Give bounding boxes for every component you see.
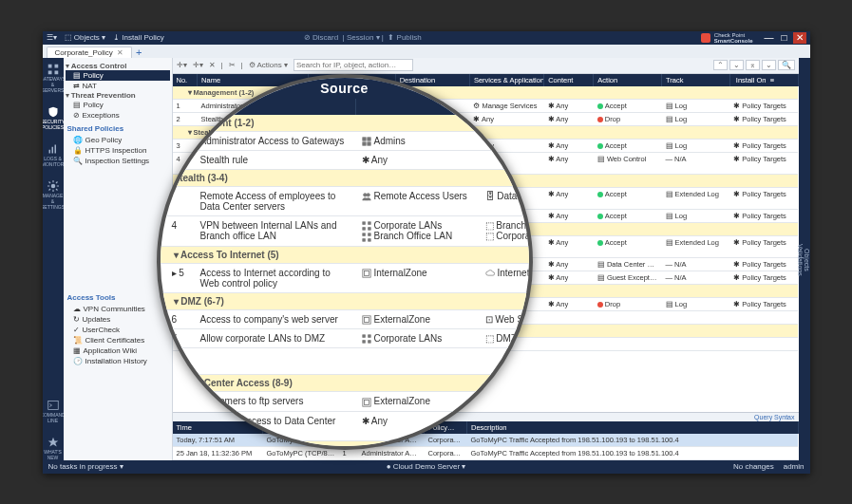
network-icon — [362, 221, 371, 231]
svg-point-13 — [363, 194, 366, 196]
svg-rect-24 — [364, 271, 369, 275]
tree-item-inspection[interactable]: 🔍 Inspection Settings — [73, 156, 170, 166]
svg-rect-10 — [367, 138, 369, 140]
add-rule-below-button[interactable]: ✛▾ — [193, 61, 203, 69]
close-button[interactable]: ✕ — [793, 32, 806, 44]
tree-item-history[interactable]: 🕑 Installation History — [73, 356, 170, 366]
tasks-indicator[interactable]: No tasks in progress ▾ — [48, 462, 123, 471]
tree-threat-prevention[interactable]: Threat Prevention — [71, 91, 136, 100]
tree-item-policy[interactable]: ▤ Policy — [66, 70, 170, 81]
svg-rect-30 — [368, 341, 370, 344]
svg-rect-17 — [362, 228, 365, 231]
svg-rect-3 — [54, 70, 58, 74]
event-row[interactable]: 25 Jan 18, 11:32:36 PMGoToMyPC (TCP/8200… — [173, 446, 799, 459]
svg-rect-8 — [47, 401, 58, 409]
install-policy-button[interactable]: ⤓ Install Policy — [113, 33, 164, 42]
tree-item-appwiki[interactable]: ▦ Application Wiki — [73, 345, 170, 356]
right-tab-objects[interactable]: Objects — [804, 249, 810, 271]
column-headers: No.NameSourceDestinationServices & Appli… — [173, 74, 799, 86]
app-window: ☰▾ ⬚ Objects ▾ ⤓ Install Policy ⊘ Discar… — [43, 31, 810, 474]
zone-icon — [362, 398, 371, 407]
tree-item-geo[interactable]: 🌐 Geo Policy — [73, 135, 170, 145]
svg-rect-6 — [54, 144, 56, 153]
event-row[interactable]: Today, 7:17:51 AMGoToMyPC (TCP/8200)1Adm… — [173, 434, 799, 447]
maximize-button[interactable]: □ — [778, 32, 791, 44]
grid-toolbar: ✛▾ ✛▾ ✕ | ✂ | ⚙ Actions ▾ ⌃ ⌄ ⌅ ⌄ 🔍 — [173, 58, 799, 74]
users-icon — [362, 192, 371, 201]
right-rail: Objects Validations — [799, 58, 810, 460]
tree-item-tp-policy[interactable]: ▤ Policy — [73, 100, 170, 110]
chart-icon — [47, 143, 59, 155]
svg-rect-15 — [362, 222, 365, 225]
nav-security-policies[interactable]: SECURITY POLICIES — [43, 106, 66, 130]
svg-rect-21 — [362, 238, 365, 241]
delete-rule-button[interactable]: ✕ — [209, 61, 216, 69]
group-icon — [362, 137, 371, 146]
tree-item-nat[interactable]: ⇄ NAT — [73, 81, 170, 91]
actions-menu[interactable]: ⚙ Actions ▾ — [249, 61, 288, 69]
nav-gateways[interactable]: GATEWAYS & SERVERS — [43, 64, 66, 93]
svg-rect-26 — [364, 317, 369, 322]
svg-rect-1 — [54, 64, 58, 67]
nav-down-button[interactable]: ⌄ — [729, 60, 744, 70]
svg-rect-12 — [367, 142, 369, 145]
tree-item-vpn[interactable]: ☁ VPN Communities — [73, 304, 170, 314]
brand-logo: Check PointSmartConsole — [701, 32, 753, 44]
svg-rect-9 — [362, 138, 365, 140]
publish-button[interactable]: ⬆ Publish — [388, 33, 421, 42]
changes-indicator: No changes — [733, 462, 774, 471]
search-button[interactable]: 🔍 — [778, 60, 795, 70]
svg-rect-4 — [48, 149, 50, 153]
nav-bottom-button[interactable]: ⌄ — [762, 60, 776, 70]
nav-command-line[interactable]: COMMAND LINE — [43, 400, 66, 423]
nav-manage[interactable]: MANAGE & SETTINGS — [43, 180, 66, 210]
query-syntax-link[interactable]: Query Syntax — [754, 414, 794, 420]
search-input[interactable] — [293, 59, 413, 71]
tree-item-updates[interactable]: ↻ Updates — [73, 314, 170, 325]
svg-rect-32 — [364, 400, 369, 404]
policy-tab-strip: Corporate_Policy✕ + — [43, 45, 810, 59]
svg-rect-28 — [368, 335, 370, 338]
menu-icon[interactable]: ☰▾ — [47, 33, 57, 42]
title-bar: ☰▾ ⬚ Objects ▾ ⤓ Install Policy ⊘ Discar… — [43, 31, 810, 45]
svg-rect-2 — [47, 70, 51, 74]
svg-rect-27 — [362, 335, 365, 338]
nav-top-button[interactable]: ⌅ — [746, 60, 760, 70]
svg-rect-18 — [368, 228, 370, 231]
tree-access-control[interactable]: Access Control — [71, 62, 127, 70]
network-icon — [362, 334, 371, 344]
svg-rect-5 — [51, 146, 53, 153]
network-icon — [362, 233, 371, 242]
tree-shared-policies: Shared Policies — [67, 124, 168, 133]
zone-icon — [362, 315, 371, 325]
svg-rect-29 — [362, 341, 365, 344]
gear-icon — [47, 180, 59, 192]
nav-whats-new[interactable]: WHAT'S NEW — [43, 437, 64, 460]
tree-item-exceptions[interactable]: ⊘ Exceptions — [73, 110, 170, 121]
minimize-button[interactable]: — — [763, 32, 776, 44]
objects-menu[interactable]: ⬚ Objects ▾ — [65, 33, 106, 42]
tree-item-usercheck[interactable]: ✓ UserCheck — [73, 325, 170, 335]
tree-item-https[interactable]: 🔒 HTTPS Inspection — [73, 145, 170, 156]
nav-up-button[interactable]: ⌃ — [713, 60, 728, 70]
tab-corporate-policy[interactable]: Corporate_Policy✕ — [47, 47, 132, 58]
server-indicator[interactable]: ● Cloud Demo Server ▾ — [387, 462, 466, 471]
svg-point-14 — [367, 194, 369, 196]
tree-item-certs[interactable]: 📜 Client Certificates — [73, 335, 170, 345]
discard-button[interactable]: ⊘ Discard — [304, 33, 338, 42]
add-rule-button[interactable]: ✛▾ — [177, 61, 187, 69]
nav-rail: GATEWAYS & SERVERS SECURITY POLICIES LOG… — [43, 58, 64, 460]
svg-point-7 — [50, 183, 55, 188]
magnifier-lens: Source No. Management (1-2) Administrato… — [157, 74, 533, 450]
zone-icon — [362, 269, 371, 278]
new-tab-button[interactable]: + — [136, 47, 142, 58]
terminal-icon — [47, 400, 59, 411]
svg-rect-0 — [47, 64, 51, 67]
nav-logs[interactable]: LOGS & MONITOR — [43, 143, 65, 167]
cut-button[interactable]: ✂ — [229, 61, 236, 69]
svg-rect-20 — [368, 233, 370, 235]
star-icon — [47, 437, 59, 448]
close-icon[interactable]: ✕ — [117, 48, 123, 57]
session-menu[interactable]: Session ▾ — [347, 33, 380, 42]
grid-icon — [47, 64, 59, 75]
